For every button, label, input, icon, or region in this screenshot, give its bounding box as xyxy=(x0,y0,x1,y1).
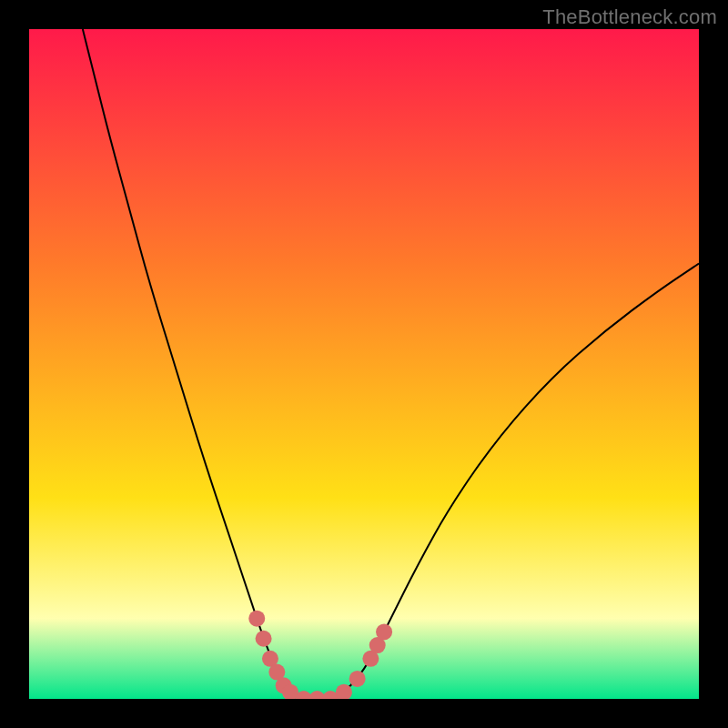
plot-area xyxy=(29,29,699,699)
gradient-background xyxy=(29,29,699,699)
curve-marker xyxy=(349,671,366,687)
chart-svg xyxy=(29,29,699,699)
curve-marker xyxy=(256,631,272,647)
curve-marker xyxy=(248,611,265,627)
watermark-text: TheBottleneck.com xyxy=(542,5,717,29)
curve-marker xyxy=(376,623,392,640)
chart-frame: TheBottleneck.com xyxy=(0,0,728,728)
